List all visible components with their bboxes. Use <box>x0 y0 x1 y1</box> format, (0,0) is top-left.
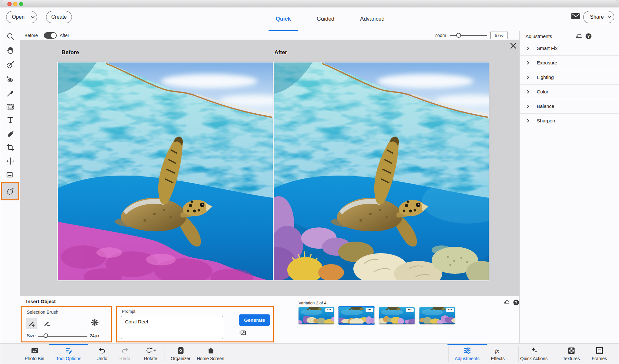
adjustment-item-exposure[interactable]: Exposure <box>520 56 619 70</box>
thumbnail-more-options-button[interactable]: ••• <box>446 308 454 312</box>
zoom-slider-label: Zoom <box>435 33 446 38</box>
adjustment-item-label: Exposure <box>537 60 557 65</box>
variation-thumbnail-1[interactable]: ••• <box>299 307 334 324</box>
brush-settings-gear-icon[interactable] <box>91 318 99 327</box>
ai-image-tool[interactable] <box>5 169 16 180</box>
variation-thumbnail-3[interactable]: ••• <box>379 307 415 324</box>
taskbar-item-effects[interactable]: fxEffects <box>480 344 516 364</box>
variation-thumbnail-2[interactable]: ••• <box>339 307 374 324</box>
header-bar: Open Create QuickGuidedAdvanced Share <box>0 7 619 31</box>
zoom-slider-track[interactable] <box>450 35 487 36</box>
tool-options-icon <box>65 347 73 355</box>
divider <box>28 14 28 20</box>
open-button[interactable]: Open <box>6 11 37 23</box>
tool-options-panel: Insert Object ? Selection Brush <box>20 296 519 343</box>
expand-preview-icon[interactable] <box>239 329 247 337</box>
subtract-from-selection-brush-button[interactable] <box>41 318 53 329</box>
textures-icon <box>567 347 575 355</box>
prompt-label: Prompt <box>122 309 135 314</box>
move-tool[interactable] <box>5 156 16 167</box>
generate-button[interactable]: Generate <box>239 314 270 326</box>
before-photo <box>58 62 273 280</box>
adjustments-icon <box>463 347 471 355</box>
help-icon[interactable]: ? <box>585 33 592 40</box>
create-button[interactable]: Create <box>46 11 72 23</box>
after-image[interactable] <box>274 62 489 280</box>
crop-tool[interactable] <box>5 142 16 153</box>
brush-size-slider-knob[interactable] <box>44 333 48 338</box>
variation-status-label: Variation 2 of 4 <box>299 301 326 305</box>
quick-selection-tool[interactable] <box>5 59 16 70</box>
thumbnail-more-options-button[interactable]: ••• <box>366 308 373 312</box>
taskbar-item-quick-actions[interactable]: Quick Actions <box>516 344 552 364</box>
zoom-value-field[interactable]: 67% <box>490 32 508 39</box>
close-window-button[interactable] <box>7 2 12 6</box>
reset-icon[interactable] <box>503 299 510 306</box>
zoom-tool[interactable] <box>5 31 16 42</box>
canvas-area: Before After <box>20 40 519 296</box>
chevron-right-icon <box>526 75 530 80</box>
taskbar-item-home-screen[interactable]: Home Screen <box>193 344 228 364</box>
move-icon <box>6 157 15 165</box>
selection-brush-label: Selection Brush <box>27 310 58 315</box>
adjustment-item-smart-fix[interactable]: Smart Fix <box>520 41 619 56</box>
before-after-toggle[interactable] <box>44 32 57 39</box>
add-to-selection-brush-button[interactable] <box>26 318 37 329</box>
before-image[interactable] <box>58 62 273 280</box>
adjustments-panel-header: Adjustments ? <box>520 31 619 41</box>
thumbnail-more-options-button[interactable]: ••• <box>325 308 333 312</box>
minimize-window-button[interactable] <box>13 2 17 6</box>
insert-object-title: Insert Object <box>26 299 56 304</box>
quick-selection-icon <box>6 61 15 69</box>
thumbnail-more-options-button[interactable]: ••• <box>406 308 414 312</box>
tab-guided[interactable]: Guided <box>310 7 341 31</box>
svg-text:?: ? <box>515 300 517 305</box>
tab-advanced[interactable]: Advanced <box>353 7 392 31</box>
adjustment-item-lighting[interactable]: Lighting <box>520 70 619 85</box>
whiten-teeth-icon <box>6 89 15 97</box>
adjustment-item-sharpen[interactable]: Sharpen <box>520 114 619 128</box>
close-view-icon[interactable] <box>509 42 517 50</box>
email-icon[interactable] <box>571 12 581 20</box>
help-icon[interactable]: ? <box>513 299 520 306</box>
adjustment-item-label: Sharpen <box>537 118 555 123</box>
red-eye-tool[interactable] <box>5 74 16 85</box>
chevron-down-icon <box>607 15 612 19</box>
zoom-window-button[interactable] <box>19 2 23 6</box>
hand-tool[interactable] <box>5 45 16 56</box>
application-window: Open Create QuickGuidedAdvanced Share Be… <box>0 0 619 364</box>
variation-thumbnail-4[interactable]: ••• <box>419 307 455 324</box>
chevron-right-icon <box>526 104 530 109</box>
adjustment-item-balance[interactable]: Balance <box>520 99 619 114</box>
divider <box>284 302 284 338</box>
adjustment-item-color[interactable]: Color <box>520 85 619 99</box>
share-button-label: Share <box>590 14 604 20</box>
adjustments-panel: Adjustments ? Smart FixExposureLightingC… <box>519 31 619 343</box>
effects-fx-icon: fx <box>494 347 502 355</box>
svg-text:?: ? <box>587 34 590 39</box>
prompt-input[interactable]: Coral Reef <box>121 316 223 339</box>
photo-bin-icon <box>31 347 39 355</box>
red-eye-icon <box>6 75 15 83</box>
type-tool[interactable] <box>5 115 16 126</box>
reset-icon[interactable] <box>575 33 583 40</box>
brush-size-value: 24px <box>90 333 99 338</box>
chevron-right-icon <box>526 46 530 51</box>
divider <box>88 346 88 362</box>
zoom-slider-knob[interactable] <box>456 33 461 38</box>
taskbar-item-label: Home Screen <box>188 356 233 361</box>
straighten-tool[interactable] <box>5 101 16 112</box>
type-icon <box>6 116 15 124</box>
zoom-icon <box>6 32 15 41</box>
insert-object-tool[interactable] <box>1 182 19 200</box>
tab-quick[interactable]: Quick <box>269 7 298 31</box>
whiten-teeth-tool[interactable] <box>5 88 16 99</box>
spot-healing-tool[interactable] <box>5 129 16 139</box>
taskbar-item-frames[interactable]: Frames <box>582 344 617 364</box>
open-button-label: Open <box>12 14 25 20</box>
taskbar: Photo BinTool OptionsUndoRedoRotateOrgan… <box>0 343 619 364</box>
undo-icon <box>98 347 106 355</box>
share-button[interactable]: Share <box>583 11 614 23</box>
divider <box>4 169 17 169</box>
brush-subtract-icon <box>43 319 51 328</box>
